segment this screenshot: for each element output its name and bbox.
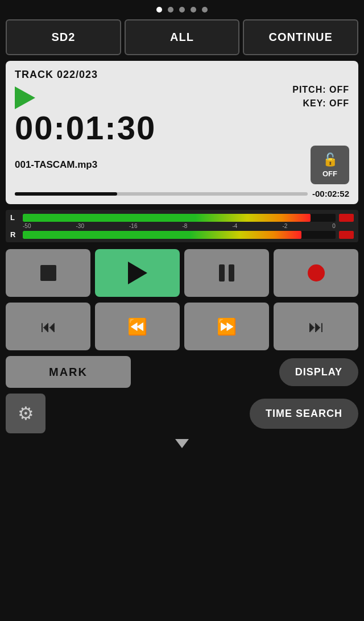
skip-to-start-icon: ⏮ xyxy=(40,317,56,336)
play-button[interactable] xyxy=(95,249,180,297)
record-icon xyxy=(308,264,325,281)
pause-icon xyxy=(219,264,234,281)
vu-l-bar xyxy=(23,214,336,222)
display-button[interactable]: DISPLAY xyxy=(279,358,358,386)
stop-button[interactable] xyxy=(6,249,90,297)
page-dots xyxy=(0,0,364,17)
vu-meter: L -50 -30 -16 -8 -4 -2 0 R xyxy=(6,210,358,242)
rewind-icon: ⏪ xyxy=(127,317,147,336)
stop-icon xyxy=(40,265,56,281)
tab-sd2[interactable]: SD2 xyxy=(6,19,121,55)
time-search-button[interactable]: TIME SEARCH xyxy=(250,399,358,429)
player-display: TRACK 022/023 PITCH: OFF KEY: OFF 00:01:… xyxy=(6,61,358,204)
dot-3[interactable] xyxy=(179,7,185,13)
tabs-row: SD2 ALL CONTINUE xyxy=(0,17,364,59)
controls-row-1 xyxy=(6,249,358,297)
key-value: OFF xyxy=(329,98,349,108)
vu-r-label: R xyxy=(10,230,19,239)
bottom-section: MARK DISPLAY ⚙ TIME SEARCH xyxy=(6,356,358,448)
time-remaining: -00:02:52 xyxy=(312,189,349,198)
vu-l-clip xyxy=(339,214,354,222)
dot-1[interactable] xyxy=(156,7,162,13)
vu-l-fill xyxy=(23,214,311,222)
controls-row-2: ⏮ ⏪ ⏩ ⏭ xyxy=(6,303,358,350)
down-arrow-row xyxy=(6,439,358,448)
vu-r-bar xyxy=(23,231,336,239)
skip-to-start-button[interactable]: ⏮ xyxy=(6,303,90,350)
rewind-button[interactable]: ⏪ xyxy=(95,303,180,350)
progress-bar[interactable] xyxy=(15,192,308,196)
lock-icon: 🔓 xyxy=(322,152,338,167)
track-info: TRACK 022/023 xyxy=(15,69,349,81)
fast-forward-icon: ⏩ xyxy=(217,317,237,336)
skip-to-end-icon: ⏭ xyxy=(308,317,324,336)
pitch-key-info: PITCH: OFF KEY: OFF xyxy=(292,83,349,110)
record-button[interactable] xyxy=(274,249,358,297)
vu-l-label: L xyxy=(10,213,19,222)
fast-forward-button[interactable]: ⏩ xyxy=(184,303,269,350)
dot-2[interactable] xyxy=(168,7,173,13)
key-label: KEY: xyxy=(303,98,326,108)
vu-r-fill xyxy=(23,231,301,239)
down-arrow-icon xyxy=(175,439,189,448)
tab-continue[interactable]: CONTINUE xyxy=(243,19,358,55)
gear-icon: ⚙ xyxy=(18,403,34,424)
progress-fill xyxy=(15,192,117,196)
pause-button[interactable] xyxy=(184,249,269,297)
dot-5[interactable] xyxy=(202,7,208,13)
vu-r-clip xyxy=(339,231,354,239)
skip-to-end-button[interactable]: ⏭ xyxy=(274,303,358,350)
pitch-value: OFF xyxy=(329,85,349,94)
mark-button[interactable]: MARK xyxy=(6,356,131,388)
settings-button[interactable]: ⚙ xyxy=(6,394,46,433)
dot-4[interactable] xyxy=(191,7,196,13)
play-indicator-icon xyxy=(15,86,35,109)
progress-row: -00:02:52 xyxy=(15,189,349,198)
lock-label: OFF xyxy=(322,169,337,178)
lock-button[interactable]: 🔓 OFF xyxy=(311,146,349,184)
pitch-label: PITCH: xyxy=(292,85,326,94)
time-display: 00:01:30 xyxy=(15,111,349,144)
vu-scale: -50 -30 -16 -8 -4 -2 0 xyxy=(23,223,336,230)
transport-controls: ⏮ ⏪ ⏩ ⏭ xyxy=(6,249,358,350)
mark-display-row: MARK DISPLAY xyxy=(6,356,358,388)
play-icon xyxy=(128,262,147,284)
filename: 001-TASCAM.mp3 xyxy=(15,159,97,171)
gear-timesearch-row: ⚙ TIME SEARCH xyxy=(6,394,358,433)
tab-all[interactable]: ALL xyxy=(125,19,240,55)
